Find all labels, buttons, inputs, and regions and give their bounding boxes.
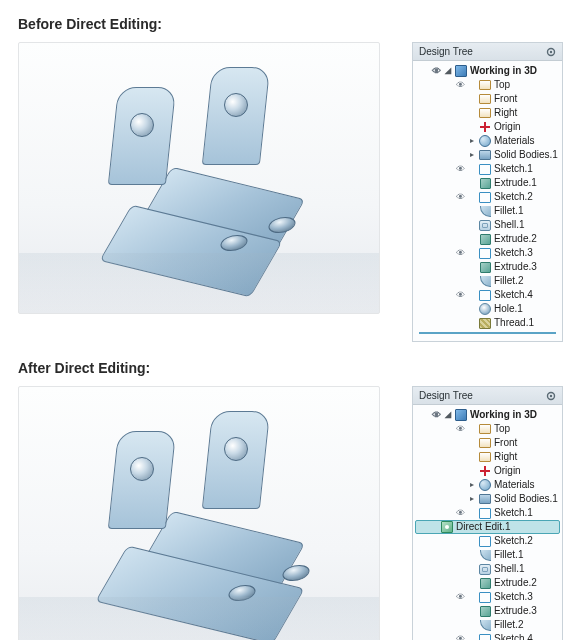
tree-root[interactable]: 👁◢Working in 3D — [415, 408, 560, 422]
tree-root-label: Working in 3D — [470, 409, 558, 421]
extrude-icon — [479, 233, 491, 245]
tree-item[interactable]: Sketch.2 — [415, 534, 560, 548]
eye-icon[interactable]: 👁 — [455, 163, 465, 175]
tree-item-label: Shell.1 — [494, 219, 558, 231]
tree-item[interactable]: Fillet.1 — [415, 204, 560, 218]
design-tree-title: Design Tree — [419, 390, 473, 401]
tree-item[interactable]: Extrude.3 — [415, 260, 560, 274]
sketch-icon — [479, 535, 491, 547]
eye-icon[interactable]: 👁 — [455, 423, 465, 435]
eye-icon[interactable]: 👁 — [431, 409, 441, 421]
viewport-after[interactable] — [18, 386, 380, 640]
tree-item-label: Front — [494, 437, 558, 449]
tree-item[interactable]: 👁Sketch.1 — [415, 162, 560, 176]
tree-item-label: Right — [494, 451, 558, 463]
section-title-after: After Direct Editing: — [18, 360, 563, 376]
tree-item[interactable]: Fillet.1 — [415, 548, 560, 562]
tree-item[interactable]: 👁Top — [415, 78, 560, 92]
eye-icon[interactable]: 👁 — [455, 247, 465, 259]
viewport-before[interactable] — [18, 42, 380, 314]
tree-item[interactable]: Hole.1 — [415, 302, 560, 316]
tree-end-divider — [419, 332, 556, 335]
collapse-icon[interactable]: ◢ — [444, 65, 452, 77]
tree-item[interactable]: Origin — [415, 464, 560, 478]
eye-icon[interactable]: 👁 — [455, 507, 465, 519]
tree-item[interactable]: Extrude.2 — [415, 576, 560, 590]
tree-item[interactable]: Extrude.2 — [415, 232, 560, 246]
tree-item-label: Sketch.1 — [494, 163, 558, 175]
expand-icon[interactable]: ▸ — [468, 479, 476, 491]
tree-item-label: Fillet.2 — [494, 275, 558, 287]
tree-item-label: Direct Edit.1 — [456, 521, 558, 533]
tree-item[interactable]: Direct Edit.1 — [415, 520, 560, 534]
sketch-icon — [479, 247, 491, 259]
eye-icon[interactable]: 👁 — [455, 79, 465, 91]
tree-item[interactable]: Fillet.2 — [415, 618, 560, 632]
tree-item[interactable]: Extrude.3 — [415, 604, 560, 618]
tree-item-label: Extrude.3 — [494, 605, 558, 617]
tree-item-label: Hole.1 — [494, 303, 558, 315]
cube-icon — [455, 65, 467, 77]
tree-item-label: Extrude.3 — [494, 261, 558, 273]
gear-icon[interactable] — [546, 47, 556, 57]
eye-icon[interactable]: 👁 — [455, 633, 465, 640]
tree-item-label: Extrude.1 — [494, 177, 558, 189]
tree-item[interactable]: 👁Sketch.4 — [415, 632, 560, 640]
expand-icon[interactable]: ▸ — [468, 149, 476, 161]
tree-item[interactable]: Fillet.2 — [415, 274, 560, 288]
sketch-icon — [479, 591, 491, 603]
tree-item[interactable]: 👁Sketch.3 — [415, 246, 560, 260]
fillet-icon — [479, 619, 491, 631]
expand-icon[interactable]: ▸ — [468, 493, 476, 505]
tree-item[interactable]: Shell.1 — [415, 562, 560, 576]
tree-root[interactable]: 👁◢Working in 3D — [415, 64, 560, 78]
sketch-icon — [479, 289, 491, 301]
tree-item-label: Top — [494, 79, 558, 91]
tree-item-label: Extrude.2 — [494, 577, 558, 589]
extrude-icon — [479, 577, 491, 589]
tree-item-label: Origin — [494, 121, 558, 133]
tree-item[interactable]: Right — [415, 106, 560, 120]
tree-item-label: Top — [494, 423, 558, 435]
tree-item[interactable]: Extrude.1 — [415, 176, 560, 190]
tree-item[interactable]: Right — [415, 450, 560, 464]
tree-item[interactable]: ▸Solid Bodies.1 — [415, 148, 560, 162]
design-tree-panel-before: Design Tree 👁◢Working in 3D👁TopFrontRigh… — [412, 42, 563, 342]
tree-item[interactable]: Origin — [415, 120, 560, 134]
fillet-icon — [479, 549, 491, 561]
design-tree-panel-after: Design Tree 👁◢Working in 3D👁TopFrontRigh… — [412, 386, 563, 640]
tree-item[interactable]: 👁Sketch.3 — [415, 590, 560, 604]
tree-item-label: Solid Bodies.1 — [494, 493, 558, 505]
tree-item[interactable]: 👁Sketch.2 — [415, 190, 560, 204]
bracket-model-before — [69, 73, 339, 283]
tree-item[interactable]: Front — [415, 436, 560, 450]
collapse-icon[interactable]: ◢ — [444, 409, 452, 421]
fillet-icon — [479, 275, 491, 287]
tree-item-label: Fillet.1 — [494, 205, 558, 217]
tree-item-label: Thread.1 — [494, 317, 558, 329]
tree-item-label: Sketch.4 — [494, 633, 558, 640]
gear-icon[interactable] — [546, 391, 556, 401]
tree-item-label: Sketch.3 — [494, 591, 558, 603]
tree-item[interactable]: ▸Materials — [415, 134, 560, 148]
expand-icon[interactable]: ▸ — [468, 135, 476, 147]
tree-item-label: Solid Bodies.1 — [494, 149, 558, 161]
eye-icon[interactable]: 👁 — [455, 289, 465, 301]
tree-item-label: Origin — [494, 465, 558, 477]
plane-icon — [479, 423, 491, 435]
plane-icon — [479, 107, 491, 119]
tree-item[interactable]: Thread.1 — [415, 316, 560, 330]
eye-icon[interactable]: 👁 — [455, 191, 465, 203]
extrude-icon — [479, 261, 491, 273]
tree-item[interactable]: ▸Materials — [415, 478, 560, 492]
eye-icon[interactable]: 👁 — [431, 65, 441, 77]
eye-icon[interactable]: 👁 — [455, 591, 465, 603]
tree-item[interactable]: Shell.1 — [415, 218, 560, 232]
shell-icon — [479, 563, 491, 575]
tree-item[interactable]: 👁Top — [415, 422, 560, 436]
tree-item[interactable]: 👁Sketch.4 — [415, 288, 560, 302]
plane-icon — [479, 437, 491, 449]
tree-item[interactable]: ▸Solid Bodies.1 — [415, 492, 560, 506]
tree-item[interactable]: 👁Sketch.1 — [415, 506, 560, 520]
tree-item[interactable]: Front — [415, 92, 560, 106]
